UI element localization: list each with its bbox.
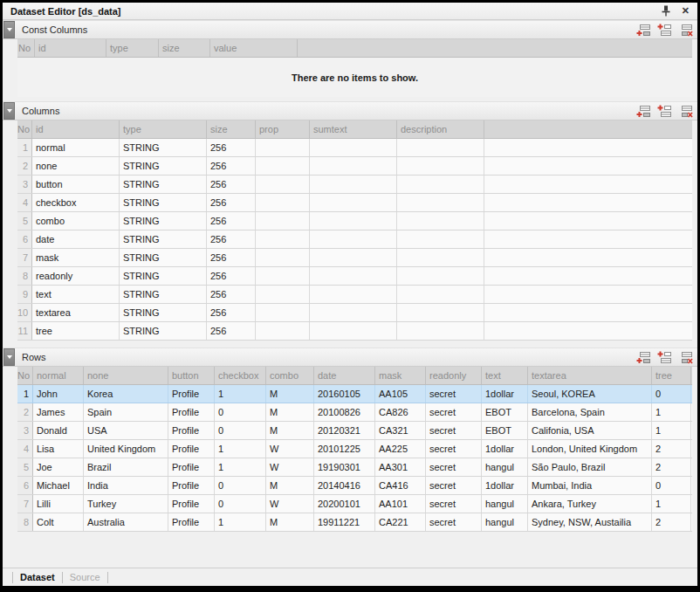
pin-icon[interactable] [661, 5, 671, 17]
table-row[interactable]: 6MichaelIndiaProfile0M20140416CA416secre… [17, 477, 692, 495]
cell-normal[interactable]: Joe [33, 458, 84, 476]
column-header-checkbox[interactable]: checkbox [215, 367, 266, 384]
cell-date[interactable]: 20200101 [314, 495, 375, 513]
cell-text[interactable]: 1dollar [482, 440, 528, 458]
cell-textarea[interactable]: Ankara, Turkey [528, 495, 652, 513]
table-row[interactable]: 4checkboxSTRING256 [17, 194, 692, 212]
table-row[interactable]: 10textareaSTRING256 [17, 304, 692, 322]
cell-type[interactable]: STRING [120, 194, 207, 211]
column-header-tree[interactable]: tree [652, 367, 691, 384]
cell-readonly[interactable]: secret [426, 477, 482, 494]
cell-button[interactable]: Profile [168, 385, 215, 403]
cell-size[interactable]: 256 [207, 267, 256, 285]
cell-mask[interactable]: CA826 [375, 403, 426, 421]
cell-text[interactable]: EBOT [482, 422, 528, 439]
cell-textarea[interactable]: London, United Kingdom [528, 440, 652, 458]
table-row[interactable]: 5JoeBrazilProfile1W19190301AA301secretha… [17, 458, 692, 477]
column-header-description[interactable]: description [397, 120, 484, 138]
cell-sumtext[interactable] [310, 286, 397, 303]
cell-tree[interactable]: 1 [652, 422, 691, 439]
cell-combo[interactable]: M [266, 477, 314, 494]
add-row-icon[interactable] [636, 105, 651, 118]
column-header-date[interactable]: date [314, 367, 375, 384]
cell-size[interactable]: 256 [207, 231, 256, 248]
cell-no[interactable]: 1 [17, 139, 32, 156]
cell-size[interactable]: 256 [207, 194, 256, 211]
cell-combo[interactable]: M [266, 403, 314, 421]
column-header-no[interactable]: No [17, 120, 32, 138]
cell-type[interactable]: STRING [120, 322, 207, 340]
table-row[interactable]: 2JamesSpainProfile0M20100826CA826secretE… [17, 403, 692, 422]
cell-id[interactable]: mask [32, 249, 120, 266]
table-row[interactable]: 6dateSTRING256 [17, 231, 692, 249]
cell-no[interactable]: 5 [17, 212, 32, 230]
cell-text[interactable]: 1dollar [482, 385, 528, 403]
cell-textarea[interactable]: Califonia, USA [528, 422, 652, 439]
column-header-no[interactable]: No [17, 367, 33, 384]
cell-no[interactable]: 6 [17, 231, 32, 248]
cell-textarea[interactable]: Seoul, KOREA [528, 385, 652, 403]
cell-none[interactable]: Spain [84, 403, 168, 421]
cell-type[interactable]: STRING [120, 139, 207, 156]
cell-sumtext[interactable] [310, 304, 397, 321]
collapse-icon[interactable] [3, 102, 15, 120]
cell-prop[interactable] [256, 231, 310, 248]
cell-normal[interactable]: Lilli [33, 495, 84, 513]
cell-readonly[interactable]: secret [426, 403, 482, 421]
cell-id[interactable]: date [32, 231, 120, 248]
cell-no[interactable]: 7 [17, 249, 32, 266]
cell-none[interactable]: Brazil [84, 458, 168, 476]
table-row[interactable]: 2noneSTRING256 [17, 157, 692, 176]
cell-readonly[interactable]: secret [426, 385, 482, 403]
column-header-id[interactable]: id [35, 39, 106, 57]
cell-prop[interactable] [256, 139, 310, 156]
cell-size[interactable]: 256 [207, 322, 256, 340]
cell-none[interactable]: Australia [84, 513, 168, 531]
cell-readonly[interactable]: secret [426, 495, 482, 513]
column-header-type[interactable]: type [106, 39, 159, 57]
cell-type[interactable]: STRING [120, 231, 207, 248]
cell-readonly[interactable]: secret [426, 440, 482, 458]
cell-checkbox[interactable]: 1 [215, 440, 266, 458]
cell-description[interactable] [397, 286, 484, 303]
cell-type[interactable]: STRING [120, 157, 207, 175]
cell-sumtext[interactable] [310, 194, 397, 211]
cell-no[interactable]: 3 [17, 422, 33, 439]
table-row[interactable]: 11treeSTRING256 [17, 322, 692, 341]
cell-text[interactable]: hangul [482, 513, 528, 531]
column-header-text[interactable]: text [482, 367, 528, 384]
cell-tree[interactable]: 1 [652, 495, 691, 513]
cell-no[interactable]: 11 [17, 322, 32, 340]
table-row[interactable]: 4LisaUnited KingdomProfile1W20101225AA22… [17, 440, 692, 458]
cell-size[interactable]: 256 [207, 176, 256, 193]
cell-mask[interactable]: CA416 [375, 477, 426, 494]
cell-mask[interactable]: CA321 [375, 422, 426, 439]
cell-prop[interactable] [256, 267, 310, 285]
cell-no[interactable]: 5 [17, 458, 33, 476]
cell-id[interactable]: textarea [32, 304, 120, 321]
cell-button[interactable]: Profile [168, 477, 215, 494]
cell-sumtext[interactable] [310, 139, 397, 156]
table-row[interactable]: 3buttonSTRING256 [17, 176, 692, 194]
cell-sumtext[interactable] [310, 212, 397, 230]
delete-row-icon[interactable] [678, 351, 693, 364]
cell-none[interactable]: United Kingdom [84, 440, 168, 458]
cell-description[interactable] [397, 249, 484, 266]
table-row[interactable]: 7LilliTurkeyProfile0W20200101AA101secret… [17, 495, 692, 513]
cell-description[interactable] [397, 139, 484, 156]
cell-tree[interactable]: 2 [652, 513, 691, 531]
cell-no[interactable]: 4 [17, 194, 32, 211]
cell-combo[interactable]: M [266, 422, 314, 439]
cell-id[interactable]: tree [32, 322, 120, 340]
cell-text[interactable]: EBOT [482, 403, 528, 421]
cell-id[interactable]: checkbox [32, 194, 120, 211]
cell-tree[interactable]: 2 [652, 440, 691, 458]
cell-no[interactable]: 8 [17, 513, 33, 531]
cell-type[interactable]: STRING [120, 286, 207, 303]
column-header-combo[interactable]: combo [266, 367, 314, 384]
cell-text[interactable]: 1dollar [482, 477, 528, 494]
cell-no[interactable]: 1 [17, 385, 33, 403]
cell-sumtext[interactable] [310, 267, 397, 285]
cell-description[interactable] [397, 194, 484, 211]
cell-mask[interactable]: AA301 [375, 458, 426, 476]
